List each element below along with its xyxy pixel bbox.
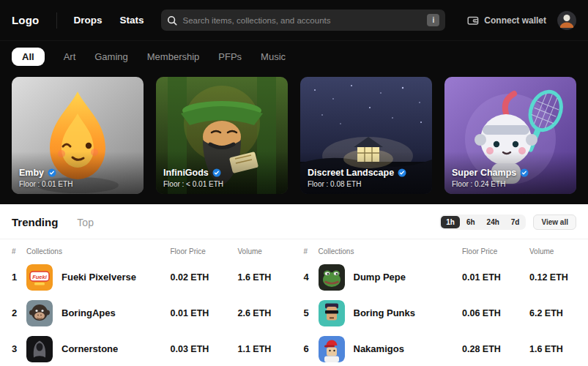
featured-card-super-champs[interactable]: Super Champs Floor : 0.24 ETH (444, 77, 576, 194)
rank: 5 (304, 307, 319, 318)
verified-badge-icon (48, 168, 56, 177)
rank: 6 (304, 343, 319, 354)
rank: 4 (304, 272, 319, 283)
card-floor-price: Floor : 0.08 ETH (308, 180, 406, 188)
volume: 1.6 ETH (238, 272, 285, 283)
tab-top[interactable]: Top (77, 217, 94, 228)
floor-price: 0.03 ETH (171, 344, 238, 354)
trending-table-right: # Collections Floor Price Volume 4 Dump … (304, 239, 577, 366)
collection-name: BoringApes (62, 307, 116, 318)
card-title: InfiniGods (163, 168, 209, 178)
view-all-button[interactable]: View all (533, 214, 576, 230)
time-filter-24h[interactable]: 24h (482, 216, 505, 228)
card-overlay: Super Champs Floor : 0.24 ETH (452, 168, 529, 188)
verified-badge-icon (520, 168, 529, 177)
category-tab-music[interactable]: Music (261, 51, 286, 62)
collection-name: Boring Punks (354, 307, 416, 318)
volume: 1.1 ETH (238, 344, 285, 354)
table-header: # Collections Floor Price Volume (304, 239, 577, 259)
trending-table-left: # Collections Floor Price Volume 1 Fueki… (12, 239, 285, 366)
top-dark-section: Logo Drops Stats i Connect wallet All (0, 0, 588, 204)
card-title: Super Champs (452, 168, 516, 178)
floor-price: 0.28 ETH (462, 344, 529, 354)
header-volume: Volume (238, 247, 285, 255)
featured-card-infinigods[interactable]: InfiniGods Floor : < 0.01 ETH (156, 77, 288, 194)
floor-price: 0.06 ETH (462, 308, 529, 318)
navbar-right-group: Connect wallet (467, 11, 576, 30)
trending-header: Trending Top 1h 6h 24h 7d View all (0, 214, 588, 239)
rank: 3 (12, 343, 26, 354)
nav-link-stats[interactable]: Stats (119, 15, 144, 26)
nakamigos-icon (319, 336, 345, 362)
table-row[interactable]: 4 Dump Pepe 0.01 ETH 0.12 ETH (304, 259, 577, 295)
table-header: # Collections Floor Price Volume (12, 239, 285, 259)
verified-badge-icon (398, 168, 406, 177)
time-filter-group: 1h 6h 24h 7d (439, 214, 526, 230)
boring-punks-icon (319, 300, 345, 326)
card-title: Discreet Landscape (308, 168, 394, 178)
header-collections: Collections (319, 247, 463, 255)
category-tab-membership[interactable]: Membership (147, 51, 200, 62)
rank: 2 (12, 307, 26, 318)
table-row[interactable]: 5 Boring Punks 0.06 ETH 6.2 ETH (304, 295, 577, 331)
featured-card-discreet-landscape[interactable]: Discreet Landscape Floor : 0.08 ETH (300, 77, 432, 194)
volume: 2.6 ETH (238, 308, 285, 318)
collection-name: Nakamigos (354, 343, 404, 354)
table-row[interactable]: 6 Nakamigos 0.28 ETH 1.6 ETH (304, 331, 577, 366)
header-collections: Collections (26, 247, 171, 255)
header-rank: # (12, 247, 26, 255)
card-floor-price: Floor : 0.24 ETH (452, 180, 529, 188)
volume: 1.6 ETH (529, 344, 576, 354)
collection-name: Dump Pepe (354, 272, 406, 283)
card-overlay: Emby Floor : 0.01 ETH (19, 168, 72, 188)
category-tab-art[interactable]: Art (64, 51, 76, 62)
floor-price: 0.01 ETH (462, 272, 529, 283)
category-tab-pfps[interactable]: PFPs (218, 51, 242, 62)
floor-price: 0.01 ETH (171, 308, 238, 318)
nav-link-drops[interactable]: Drops (73, 15, 102, 26)
card-floor-price: Floor : 0.01 ETH (19, 180, 72, 188)
navbar: Logo Drops Stats i Connect wallet (0, 0, 588, 41)
search-hint-key: i (427, 14, 439, 26)
collection-name: Fueki Pixelverse (62, 272, 136, 283)
collection-name: Cornerstone (62, 343, 118, 354)
fueki-pixelverse-icon: Fueki (26, 264, 53, 291)
time-filter-6h[interactable]: 6h (461, 216, 480, 228)
boring-apes-icon (26, 300, 53, 326)
connect-wallet-label: Connect wallet (484, 15, 546, 26)
profile-avatar[interactable] (557, 11, 576, 30)
trending-section: Trending Top 1h 6h 24h 7d View all # Col… (0, 204, 588, 366)
header-floor-price: Floor Price (171, 247, 238, 255)
category-tab-gaming[interactable]: Gaming (94, 51, 128, 62)
table-row[interactable]: 1 Fueki Fueki Pixelverse 0.02 ETH 1.6 ET… (12, 259, 285, 295)
time-filter-1h[interactable]: 1h (441, 216, 460, 228)
rank: 1 (12, 272, 26, 283)
time-filter-7d[interactable]: 7d (506, 216, 525, 228)
table-row[interactable]: 2 BoringApes 0.01 ETH 2.6 ETH (12, 295, 285, 331)
header-floor-price: Floor Price (462, 247, 529, 255)
dump-pepe-icon (319, 264, 345, 291)
header-volume: Volume (529, 247, 576, 255)
svg-text:Fueki: Fueki (32, 273, 48, 280)
card-overlay: InfiniGods Floor : < 0.01 ETH (163, 168, 223, 188)
navbar-divider (56, 12, 57, 29)
volume: 6.2 ETH (529, 308, 576, 318)
logo[interactable]: Logo (12, 14, 39, 26)
card-title: Emby (19, 168, 44, 178)
category-tab-all[interactable]: All (12, 48, 45, 66)
cornerstone-icon (26, 336, 53, 362)
category-tabs: All Art Gaming Membership PFPs Music (0, 41, 588, 75)
volume: 0.12 ETH (529, 272, 576, 283)
header-rank: # (304, 247, 319, 255)
search-icon (167, 15, 177, 26)
connect-wallet-button[interactable]: Connect wallet (467, 15, 546, 26)
wallet-icon (467, 15, 479, 26)
card-floor-price: Floor : < 0.01 ETH (163, 180, 223, 188)
card-overlay: Discreet Landscape Floor : 0.08 ETH (308, 168, 406, 188)
search-bar[interactable]: i (161, 10, 445, 31)
table-row[interactable]: 3 Cornerstone 0.03 ETH 1.1 ETH (12, 331, 285, 366)
search-input[interactable] (182, 16, 422, 25)
featured-card-emby[interactable]: Emby Floor : 0.01 ETH (12, 77, 144, 194)
verified-badge-icon (212, 168, 221, 177)
tab-trending[interactable]: Trending (12, 216, 58, 228)
